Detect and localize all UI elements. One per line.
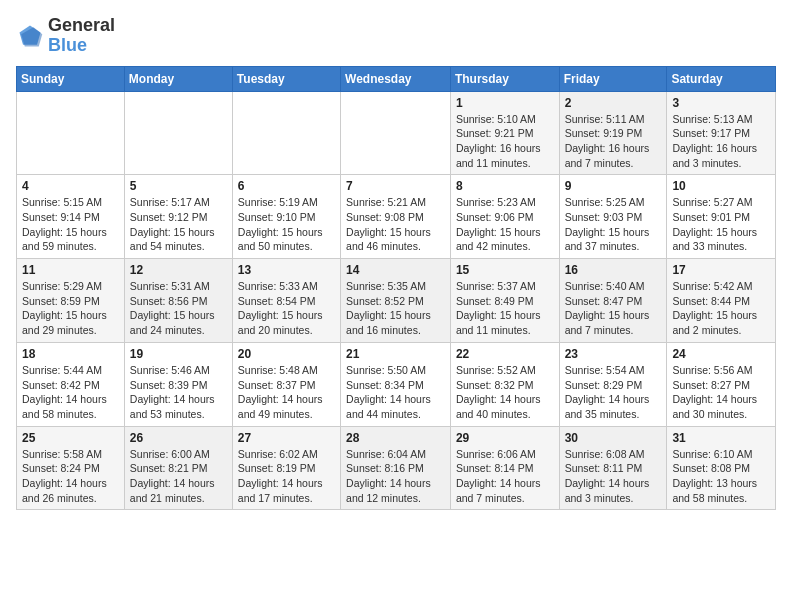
- day-cell: 2Sunrise: 5:11 AM Sunset: 9:19 PM Daylig…: [559, 91, 667, 175]
- logo: General Blue: [16, 16, 115, 56]
- week-row-2: 11Sunrise: 5:29 AM Sunset: 8:59 PM Dayli…: [17, 259, 776, 343]
- day-number: 18: [22, 347, 119, 361]
- day-cell: 30Sunrise: 6:08 AM Sunset: 8:11 PM Dayli…: [559, 426, 667, 510]
- day-cell: [17, 91, 125, 175]
- day-cell: 21Sunrise: 5:50 AM Sunset: 8:34 PM Dayli…: [341, 342, 451, 426]
- day-info: Sunrise: 5:35 AM Sunset: 8:52 PM Dayligh…: [346, 279, 445, 338]
- day-info: Sunrise: 6:06 AM Sunset: 8:14 PM Dayligh…: [456, 447, 554, 506]
- day-cell: 31Sunrise: 6:10 AM Sunset: 8:08 PM Dayli…: [667, 426, 776, 510]
- day-info: Sunrise: 5:27 AM Sunset: 9:01 PM Dayligh…: [672, 195, 770, 254]
- header-tuesday: Tuesday: [232, 66, 340, 91]
- day-cell: 9Sunrise: 5:25 AM Sunset: 9:03 PM Daylig…: [559, 175, 667, 259]
- calendar-header: SundayMondayTuesdayWednesdayThursdayFrid…: [17, 66, 776, 91]
- day-number: 3: [672, 96, 770, 110]
- day-info: Sunrise: 5:50 AM Sunset: 8:34 PM Dayligh…: [346, 363, 445, 422]
- day-cell: 17Sunrise: 5:42 AM Sunset: 8:44 PM Dayli…: [667, 259, 776, 343]
- day-number: 11: [22, 263, 119, 277]
- day-cell: 25Sunrise: 5:58 AM Sunset: 8:24 PM Dayli…: [17, 426, 125, 510]
- day-number: 4: [22, 179, 119, 193]
- day-info: Sunrise: 5:17 AM Sunset: 9:12 PM Dayligh…: [130, 195, 227, 254]
- day-info: Sunrise: 5:33 AM Sunset: 8:54 PM Dayligh…: [238, 279, 335, 338]
- day-info: Sunrise: 5:13 AM Sunset: 9:17 PM Dayligh…: [672, 112, 770, 171]
- day-cell: 27Sunrise: 6:02 AM Sunset: 8:19 PM Dayli…: [232, 426, 340, 510]
- logo-icon: [16, 22, 44, 50]
- day-cell: 11Sunrise: 5:29 AM Sunset: 8:59 PM Dayli…: [17, 259, 125, 343]
- day-number: 16: [565, 263, 662, 277]
- header-monday: Monday: [124, 66, 232, 91]
- logo-name: General Blue: [48, 16, 115, 56]
- day-cell: 12Sunrise: 5:31 AM Sunset: 8:56 PM Dayli…: [124, 259, 232, 343]
- day-info: Sunrise: 5:31 AM Sunset: 8:56 PM Dayligh…: [130, 279, 227, 338]
- day-info: Sunrise: 6:08 AM Sunset: 8:11 PM Dayligh…: [565, 447, 662, 506]
- header-sunday: Sunday: [17, 66, 125, 91]
- day-cell: 22Sunrise: 5:52 AM Sunset: 8:32 PM Dayli…: [450, 342, 559, 426]
- day-cell: 16Sunrise: 5:40 AM Sunset: 8:47 PM Dayli…: [559, 259, 667, 343]
- day-info: Sunrise: 5:10 AM Sunset: 9:21 PM Dayligh…: [456, 112, 554, 171]
- day-number: 23: [565, 347, 662, 361]
- day-info: Sunrise: 5:37 AM Sunset: 8:49 PM Dayligh…: [456, 279, 554, 338]
- day-number: 1: [456, 96, 554, 110]
- day-info: Sunrise: 5:25 AM Sunset: 9:03 PM Dayligh…: [565, 195, 662, 254]
- day-info: Sunrise: 5:40 AM Sunset: 8:47 PM Dayligh…: [565, 279, 662, 338]
- day-cell: 1Sunrise: 5:10 AM Sunset: 9:21 PM Daylig…: [450, 91, 559, 175]
- day-cell: 19Sunrise: 5:46 AM Sunset: 8:39 PM Dayli…: [124, 342, 232, 426]
- day-info: Sunrise: 5:15 AM Sunset: 9:14 PM Dayligh…: [22, 195, 119, 254]
- week-row-0: 1Sunrise: 5:10 AM Sunset: 9:21 PM Daylig…: [17, 91, 776, 175]
- header-friday: Friday: [559, 66, 667, 91]
- day-info: Sunrise: 6:10 AM Sunset: 8:08 PM Dayligh…: [672, 447, 770, 506]
- day-info: Sunrise: 5:42 AM Sunset: 8:44 PM Dayligh…: [672, 279, 770, 338]
- day-cell: 26Sunrise: 6:00 AM Sunset: 8:21 PM Dayli…: [124, 426, 232, 510]
- day-cell: 24Sunrise: 5:56 AM Sunset: 8:27 PM Dayli…: [667, 342, 776, 426]
- day-info: Sunrise: 5:23 AM Sunset: 9:06 PM Dayligh…: [456, 195, 554, 254]
- day-number: 15: [456, 263, 554, 277]
- day-number: 29: [456, 431, 554, 445]
- day-number: 13: [238, 263, 335, 277]
- header-row: SundayMondayTuesdayWednesdayThursdayFrid…: [17, 66, 776, 91]
- day-info: Sunrise: 5:52 AM Sunset: 8:32 PM Dayligh…: [456, 363, 554, 422]
- day-number: 14: [346, 263, 445, 277]
- day-cell: 4Sunrise: 5:15 AM Sunset: 9:14 PM Daylig…: [17, 175, 125, 259]
- day-cell: [232, 91, 340, 175]
- day-number: 25: [22, 431, 119, 445]
- day-cell: 3Sunrise: 5:13 AM Sunset: 9:17 PM Daylig…: [667, 91, 776, 175]
- day-info: Sunrise: 6:04 AM Sunset: 8:16 PM Dayligh…: [346, 447, 445, 506]
- day-info: Sunrise: 5:54 AM Sunset: 8:29 PM Dayligh…: [565, 363, 662, 422]
- day-number: 7: [346, 179, 445, 193]
- day-cell: 28Sunrise: 6:04 AM Sunset: 8:16 PM Dayli…: [341, 426, 451, 510]
- day-number: 20: [238, 347, 335, 361]
- week-row-4: 25Sunrise: 5:58 AM Sunset: 8:24 PM Dayli…: [17, 426, 776, 510]
- day-number: 8: [456, 179, 554, 193]
- day-number: 19: [130, 347, 227, 361]
- calendar-body: 1Sunrise: 5:10 AM Sunset: 9:21 PM Daylig…: [17, 91, 776, 510]
- day-info: Sunrise: 6:02 AM Sunset: 8:19 PM Dayligh…: [238, 447, 335, 506]
- day-number: 26: [130, 431, 227, 445]
- day-number: 28: [346, 431, 445, 445]
- day-number: 22: [456, 347, 554, 361]
- day-number: 21: [346, 347, 445, 361]
- day-cell: 10Sunrise: 5:27 AM Sunset: 9:01 PM Dayli…: [667, 175, 776, 259]
- day-number: 27: [238, 431, 335, 445]
- week-row-1: 4Sunrise: 5:15 AM Sunset: 9:14 PM Daylig…: [17, 175, 776, 259]
- header-saturday: Saturday: [667, 66, 776, 91]
- day-number: 2: [565, 96, 662, 110]
- week-row-3: 18Sunrise: 5:44 AM Sunset: 8:42 PM Dayli…: [17, 342, 776, 426]
- day-number: 12: [130, 263, 227, 277]
- day-info: Sunrise: 5:29 AM Sunset: 8:59 PM Dayligh…: [22, 279, 119, 338]
- day-number: 5: [130, 179, 227, 193]
- day-cell: 23Sunrise: 5:54 AM Sunset: 8:29 PM Dayli…: [559, 342, 667, 426]
- day-info: Sunrise: 5:11 AM Sunset: 9:19 PM Dayligh…: [565, 112, 662, 171]
- day-cell: 5Sunrise: 5:17 AM Sunset: 9:12 PM Daylig…: [124, 175, 232, 259]
- day-cell: 14Sunrise: 5:35 AM Sunset: 8:52 PM Dayli…: [341, 259, 451, 343]
- day-number: 6: [238, 179, 335, 193]
- day-number: 24: [672, 347, 770, 361]
- day-number: 30: [565, 431, 662, 445]
- day-cell: 20Sunrise: 5:48 AM Sunset: 8:37 PM Dayli…: [232, 342, 340, 426]
- day-info: Sunrise: 5:21 AM Sunset: 9:08 PM Dayligh…: [346, 195, 445, 254]
- day-cell: [341, 91, 451, 175]
- day-cell: 7Sunrise: 5:21 AM Sunset: 9:08 PM Daylig…: [341, 175, 451, 259]
- day-info: Sunrise: 6:00 AM Sunset: 8:21 PM Dayligh…: [130, 447, 227, 506]
- day-cell: 13Sunrise: 5:33 AM Sunset: 8:54 PM Dayli…: [232, 259, 340, 343]
- day-cell: 15Sunrise: 5:37 AM Sunset: 8:49 PM Dayli…: [450, 259, 559, 343]
- day-number: 31: [672, 431, 770, 445]
- day-cell: 6Sunrise: 5:19 AM Sunset: 9:10 PM Daylig…: [232, 175, 340, 259]
